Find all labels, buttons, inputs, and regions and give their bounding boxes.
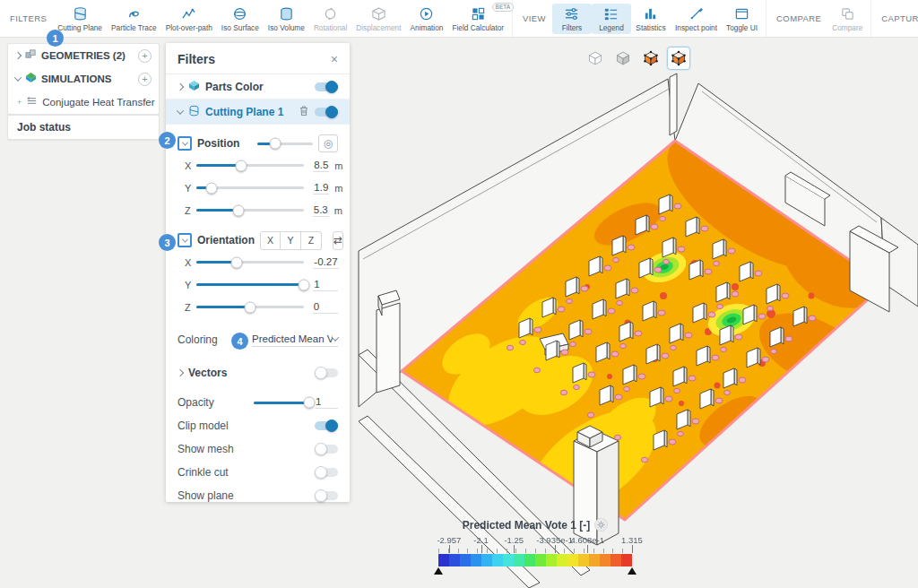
orientation-y-slider[interactable] (196, 283, 304, 286)
range-max-marker[interactable] (628, 567, 637, 575)
orientation-x-slider[interactable] (196, 261, 304, 264)
toolbar-item-rotational: Rotational (309, 4, 351, 34)
render-mode-wireframe-button[interactable] (584, 47, 607, 70)
particle-trace-icon (126, 6, 142, 22)
position-y-slider[interactable] (196, 186, 304, 189)
cutting-plane-icon (73, 6, 88, 22)
toolbar-section-label: COMPARE (776, 13, 821, 23)
legend-title: Predicted Mean Vote 1 [-] (463, 519, 590, 532)
parts-color-row[interactable]: Parts Color (166, 74, 350, 99)
simulations-label: SIMULATIONS (41, 74, 134, 84)
show-mesh-label: Show mesh (178, 443, 309, 455)
filters-view-icon (564, 6, 579, 22)
toolbar-item-iso-surface[interactable]: Iso Surface (217, 4, 264, 34)
vectors-row[interactable]: Vectors (166, 362, 350, 384)
toolbar-item-inspect-point[interactable]: Inspect point (671, 4, 722, 34)
pick-point-button[interactable]: ◎ (318, 134, 338, 152)
viewport-3d-scene[interactable] (350, 38, 918, 588)
opacity-value[interactable]: 1 (315, 396, 338, 409)
toolbar-item-statistics[interactable]: Statistics (631, 4, 671, 34)
orientation-z-value[interactable]: 0 (313, 301, 338, 314)
toolbar-item-field-calculator[interactable]: Field CalculatorBETA (447, 4, 508, 34)
toolbar-item-label: Field Calculator (452, 23, 504, 32)
toolbar-item-particle-trace[interactable]: Particle Trace (107, 4, 161, 34)
position-section[interactable]: Position ◎ (166, 133, 350, 154)
simulation-run-icon (26, 94, 38, 110)
sidebar-item-simulations[interactable]: SIMULATIONS + (8, 67, 159, 91)
trash-icon[interactable] (299, 104, 309, 120)
toolbar-section-view: VIEWFiltersLegendStatisticsInspect point… (513, 0, 766, 37)
toolbar-item-animation[interactable]: Animation (406, 4, 448, 34)
toolbar-item-label: Compare (832, 23, 862, 32)
toolbar-section-label: VIEW (523, 13, 546, 23)
render-mode-solid-gray-button[interactable] (611, 47, 635, 70)
flip-orientation-button[interactable]: ⇄ (333, 231, 343, 250)
axis-x-button[interactable]: X (260, 231, 281, 250)
toolbar-item-label: Plot-over-path (166, 23, 212, 32)
toolbar-item-iso-volume[interactable]: Iso Volume (264, 4, 309, 34)
toolbar-item-label: Legend (599, 23, 624, 32)
orientation-y-value[interactable]: 1 (313, 279, 338, 291)
colorbar[interactable]: -2.957-2.1-1.25-3.935e-14.608e-11.315 (438, 535, 632, 580)
position-x-value[interactable]: 8.5 (313, 160, 329, 172)
toolbar-item-label: Animation (411, 23, 444, 32)
clip-model-toggle[interactable] (315, 421, 338, 430)
position-mini-slider[interactable] (257, 143, 313, 145)
add-simulation-button[interactable]: + (138, 73, 152, 86)
toolbar-item-compare: Compare (827, 4, 867, 34)
toolbar-item-filters[interactable]: Filters (552, 4, 592, 34)
sidebar-item-conjugate-heat-transfer[interactable]: + Conjugate Heat Transfer (8, 91, 159, 114)
toolbar-item-toggle-ui[interactable]: Toggle UI (722, 4, 762, 34)
orientation-label: Orientation (197, 234, 255, 246)
orientation-section[interactable]: Orientation X Y Z ⇄ (166, 229, 350, 251)
cutting-plane-label: Cutting Plane 1 (205, 106, 293, 118)
cutting-plane-row[interactable]: Cutting Plane 1 (166, 99, 350, 125)
position-z-row: Z 5.3 m (166, 199, 350, 221)
render-mode-colored-outline-button[interactable] (667, 47, 690, 70)
position-collapse-highlight[interactable] (178, 136, 192, 151)
render-mode-colored-button[interactable] (639, 47, 663, 70)
orientation-y-row: Y 1 (166, 273, 350, 296)
toolbar-item-label: Toggle UI (726, 23, 758, 32)
legend-tick-label: -1.25 (504, 535, 524, 545)
position-y-value[interactable]: 1.9 (313, 182, 329, 195)
orientation-x-value[interactable]: -0.27 (313, 256, 338, 269)
show-plane-toggle[interactable] (315, 491, 338, 500)
expand-icon[interactable]: + (17, 98, 22, 107)
axis-z-button[interactable]: Z (301, 231, 322, 250)
orientation-collapse-highlight[interactable] (178, 233, 192, 247)
coloring-dropdown[interactable]: Predicted Mean V... (252, 333, 338, 347)
add-geometry-button[interactable]: + (138, 49, 152, 63)
toolbar-item-cutting-plane[interactable]: Cutting Plane (53, 4, 107, 34)
chevron-right-icon (177, 369, 184, 376)
gear-icon[interactable] (594, 518, 608, 532)
position-z-value[interactable]: 5.3 (313, 204, 329, 217)
vectors-toggle[interactable] (315, 368, 338, 377)
toolbar-item-legend[interactable]: Legend (592, 4, 631, 34)
range-min-marker[interactable] (434, 567, 443, 575)
show-plane-label: Show plane (178, 489, 309, 502)
cutting-plane-toggle[interactable] (315, 108, 338, 117)
position-z-slider[interactable] (196, 209, 304, 212)
close-icon[interactable]: × (331, 52, 338, 66)
parts-color-toggle[interactable] (315, 82, 338, 91)
simulations-icon (25, 71, 37, 87)
orientation-z-slider[interactable] (196, 306, 304, 308)
opacity-slider[interactable] (254, 402, 309, 404)
crinkle-cut-row: Crinkle cut (166, 461, 350, 484)
position-x-slider[interactable] (196, 164, 304, 167)
displacement-icon (371, 6, 386, 22)
toggle-ui-icon (734, 6, 749, 22)
axis-y-button[interactable]: Y (281, 231, 301, 250)
legend-tick-label: -2.1 (473, 535, 488, 545)
show-mesh-row: Show mesh (166, 437, 350, 461)
animation-icon (419, 6, 434, 22)
crinkle-cut-toggle[interactable] (315, 468, 338, 477)
chevron-right-icon (177, 82, 184, 90)
sidebar-item-geometries[interactable]: GEOMETRIES (2) + (8, 44, 159, 67)
job-status-card[interactable]: Job status (7, 115, 160, 140)
toolbar-item-plot-over-path[interactable]: Plot-over-path (161, 4, 217, 34)
chevron-down-icon (332, 333, 339, 341)
crinkle-cut-label: Crinkle cut (178, 466, 309, 479)
show-mesh-toggle[interactable] (315, 445, 338, 454)
